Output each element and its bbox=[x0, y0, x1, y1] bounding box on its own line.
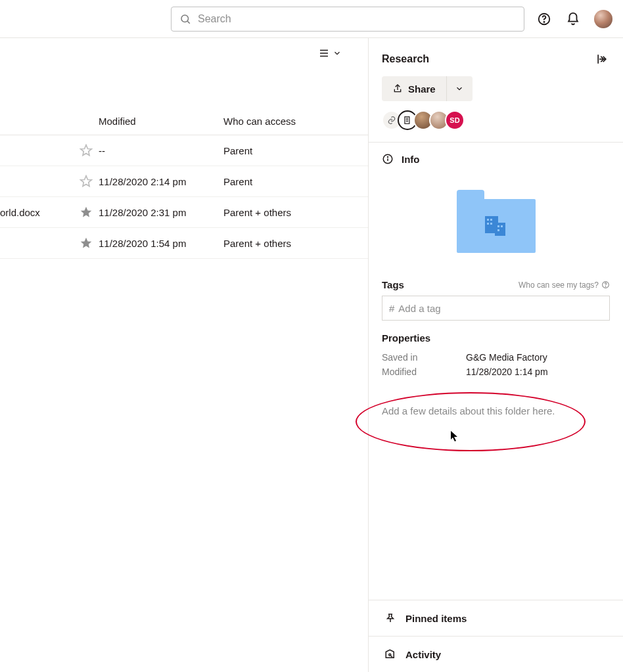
column-access[interactable]: Who can access bbox=[223, 116, 368, 127]
list-view-icon bbox=[318, 47, 330, 59]
svg-line-1 bbox=[187, 21, 189, 23]
svg-rect-22 bbox=[495, 223, 505, 236]
column-modified[interactable]: Modified bbox=[99, 116, 223, 127]
search-input[interactable] bbox=[198, 13, 516, 25]
svg-rect-29 bbox=[497, 229, 499, 231]
tag-input[interactable]: # bbox=[382, 296, 610, 321]
svg-rect-25 bbox=[487, 223, 489, 225]
modified-value: 11/28/2020 1:14 pm bbox=[466, 367, 548, 377]
saved-in-value[interactable]: G&G Media Factory bbox=[466, 352, 547, 363]
pinned-items-section[interactable]: Pinned items bbox=[369, 600, 623, 636]
details-input[interactable]: Add a few details about this folder here… bbox=[382, 405, 610, 416]
info-section-header: Info bbox=[369, 143, 623, 170]
info-icon bbox=[382, 153, 394, 165]
star-icon[interactable] bbox=[74, 175, 99, 188]
user-avatar[interactable] bbox=[594, 10, 612, 28]
activity-section[interactable]: Activity bbox=[369, 636, 623, 672]
search-icon bbox=[179, 13, 191, 25]
table-row[interactable]: 11/28/2020 1:54 pm Parent + others bbox=[0, 228, 368, 259]
svg-rect-26 bbox=[490, 223, 492, 225]
expand-icon[interactable] bbox=[594, 51, 610, 67]
svg-marker-10 bbox=[81, 238, 92, 248]
modified-label: Modified bbox=[382, 367, 466, 377]
svg-point-31 bbox=[605, 286, 606, 287]
folder-icon bbox=[457, 190, 536, 253]
access-row: SD bbox=[369, 110, 623, 142]
svg-point-33 bbox=[389, 654, 391, 656]
saved-in-label: Saved in bbox=[382, 352, 466, 363]
share-button[interactable]: Share bbox=[382, 76, 446, 101]
properties-label: Properties bbox=[382, 332, 610, 344]
pin-icon bbox=[384, 612, 396, 624]
table-row[interactable]: 11/28/2020 2:14 pm Parent bbox=[0, 166, 368, 197]
panel-title: Research bbox=[382, 53, 594, 65]
svg-marker-8 bbox=[81, 176, 92, 187]
activity-icon bbox=[384, 648, 396, 660]
svg-point-20 bbox=[388, 157, 388, 158]
svg-rect-23 bbox=[487, 219, 489, 221]
details-panel: Research Share bbox=[368, 38, 623, 672]
tags-label: Tags bbox=[382, 279, 404, 290]
share-dropdown-button[interactable] bbox=[446, 76, 473, 101]
cursor-icon bbox=[450, 430, 459, 442]
svg-rect-24 bbox=[490, 219, 492, 221]
help-icon[interactable] bbox=[536, 11, 552, 27]
svg-rect-28 bbox=[501, 225, 503, 227]
chevron-down-icon bbox=[455, 84, 464, 93]
view-toggle[interactable] bbox=[318, 47, 342, 59]
svg-rect-27 bbox=[497, 225, 499, 227]
tags-visibility-hint[interactable]: Who can see my tags? bbox=[519, 280, 610, 290]
svg-marker-7 bbox=[81, 145, 92, 156]
table-header: Modified Who can access bbox=[0, 116, 368, 135]
search-field[interactable] bbox=[171, 7, 524, 32]
tag-input-field[interactable] bbox=[398, 303, 603, 314]
hash-icon: # bbox=[389, 303, 394, 314]
top-bar bbox=[0, 0, 623, 38]
share-icon bbox=[392, 83, 403, 94]
star-icon[interactable] bbox=[74, 144, 99, 157]
bell-icon[interactable] bbox=[565, 11, 581, 27]
star-icon[interactable] bbox=[74, 206, 99, 219]
star-icon[interactable] bbox=[74, 236, 99, 250]
chevron-down-icon bbox=[333, 49, 342, 58]
svg-line-34 bbox=[391, 656, 392, 657]
svg-point-3 bbox=[543, 22, 544, 22]
svg-marker-9 bbox=[81, 207, 92, 217]
annotation-ellipse bbox=[356, 392, 586, 451]
file-list-pane: Modified Who can access -- Parent 11/28/… bbox=[0, 38, 368, 672]
folder-preview bbox=[369, 170, 623, 279]
svg-point-0 bbox=[181, 15, 189, 22]
collaborator-badge[interactable]: SD bbox=[445, 110, 465, 130]
table-row[interactable]: orld.docx 11/28/2020 2:31 pm Parent + ot… bbox=[0, 197, 368, 228]
table-row[interactable]: -- Parent bbox=[0, 135, 368, 166]
